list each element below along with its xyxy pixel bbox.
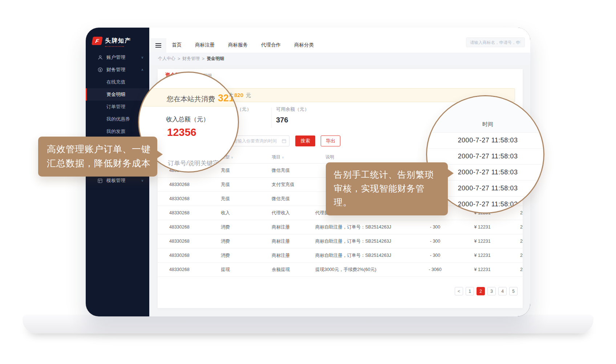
- export-button[interactable]: 导出: [321, 136, 340, 146]
- pagination-page-3[interactable]: 3: [487, 287, 496, 295]
- callout-arrow-icon: [447, 169, 454, 178]
- stat-balance: 可用余额（元） 376: [276, 106, 309, 124]
- cell-order: 48330268: [169, 196, 221, 201]
- header-type[interactable]: 类型∨: [221, 154, 272, 160]
- sidebar-item-fund-details[interactable]: 资金明细: [86, 88, 149, 101]
- cell-amount: - 300: [417, 253, 453, 258]
- cell-project: 微信充值: [272, 196, 315, 202]
- cell-balance: ¥ 12231: [453, 253, 511, 258]
- cell-type: 消费: [221, 252, 272, 259]
- cell-time: 2000-7-27 11:58:03: [511, 239, 523, 244]
- brand-logo: 头牌知产: [86, 28, 149, 45]
- laptop-base: [23, 315, 593, 333]
- chevron-down-icon: ∨: [141, 179, 143, 182]
- template-icon: [97, 178, 103, 183]
- cell-type: 消费: [221, 224, 272, 230]
- cell-order: 48330268: [169, 225, 221, 230]
- callout-left: 高效管理账户订单、一键 汇总数据，降低财务成本: [38, 137, 157, 177]
- table-row: 48330268 消费 商标注册 商标自助注册，订单号：SB2514263J -…: [158, 220, 523, 234]
- pagination-prev[interactable]: <: [455, 287, 463, 295]
- sidebar-item-finance[interactable]: 财务管理 ∧: [86, 64, 149, 76]
- table-row: 48330268 消费 商标注册 商标自助注册，订单号：SB2514263J -…: [158, 248, 523, 263]
- magnified-income-label: 收入总额（元）: [166, 115, 209, 124]
- callout-right: 告别手工统计、告别繁琐 审核，实现智能财务管 理。: [326, 162, 448, 215]
- top-navigation: 首页 商标注册 商标服务 代理合作 商标分类: [172, 42, 314, 48]
- cell-desc: 商标自助注册，订单号：SB2514263J: [315, 238, 417, 244]
- nav-item-agency[interactable]: 代理合作: [261, 42, 281, 48]
- brand-logo-icon: [92, 37, 103, 45]
- cell-order: 48330268: [169, 267, 221, 272]
- cell-project: 商标注册: [272, 252, 315, 259]
- nav-item-trademark-service[interactable]: 商标服务: [228, 42, 248, 48]
- brand-name: 头牌知产: [105, 37, 131, 45]
- search-input[interactable]: [466, 38, 524, 47]
- cell-desc: 商标自助注册，订单号：SB2514263J: [315, 252, 417, 259]
- cell-project: 代理收入: [272, 210, 315, 216]
- topbar: 首页 商标注册 商标服务 代理合作 商标分类: [149, 28, 530, 53]
- pagination-page-1[interactable]: 1: [466, 287, 474, 295]
- cell-project: 微信充值: [272, 167, 315, 174]
- cell-balance: ¥ 12231: [453, 267, 511, 272]
- magnified-income-value: 12356: [167, 126, 196, 138]
- date-input[interactable]: [230, 136, 289, 146]
- divider: [271, 108, 272, 128]
- table-row: 48330268 提现 余额提现 提现3000元，手续费2%(60元) - 30…: [158, 263, 523, 277]
- date-filter: [230, 136, 289, 146]
- cell-project: 商标注册: [272, 238, 315, 244]
- cell-type: 充值: [221, 196, 272, 202]
- breadcrumb-current: 资金明细: [207, 56, 224, 62]
- cell-type: 提现: [221, 267, 272, 273]
- breadcrumb-item[interactable]: 财务管理: [182, 56, 200, 62]
- breadcrumb-item[interactable]: 个人中心: [158, 56, 175, 62]
- cell-time: 2000-7-27 11:58:03: [511, 225, 523, 230]
- global-search: [466, 37, 525, 47]
- chevron-up-icon: ∧: [141, 68, 143, 72]
- cell-project: 支付宝充值: [272, 182, 315, 188]
- sidebar-item-account[interactable]: 账户管理 ∨: [86, 51, 149, 64]
- cell-project: 商标注册: [272, 224, 315, 230]
- magnified-keyword-placeholder: 订单号/说明关键字: [168, 159, 219, 167]
- callout-arrow-icon: [157, 150, 163, 158]
- cell-order: 48330268: [169, 182, 221, 187]
- cell-desc: 商标自助注册，订单号：SB2514263J: [315, 224, 417, 230]
- search-button[interactable]: 搜索: [295, 136, 315, 146]
- sort-caret-icon: ∨: [231, 156, 233, 159]
- cell-time: 2000-7-27 11:58:03: [511, 210, 523, 215]
- header-desc: 说明: [315, 154, 417, 160]
- cell-type: 收入: [221, 210, 272, 216]
- cell-time: 2000-7-27 11:58:03: [511, 253, 523, 258]
- magnified-banner: 您在本站共消费 32124: [138, 88, 239, 106]
- cell-type: 充值: [221, 182, 272, 188]
- cell-project: 余额提现: [272, 267, 315, 273]
- pagination: < 1 2 3 4 5: [455, 287, 518, 295]
- pagination-page-2-active[interactable]: 2: [477, 287, 485, 295]
- breadcrumb: 个人中心 > 财务管理 > 资金明细: [149, 53, 530, 65]
- magnified-time: 2000-7-27 11:58:03: [427, 133, 543, 149]
- calendar-icon: [282, 139, 286, 143]
- cell-amount: - 300: [417, 239, 453, 244]
- header-project[interactable]: 项目∨: [272, 154, 315, 160]
- cell-amount: - 300: [417, 225, 453, 230]
- cell-balance: ¥ 12231: [453, 239, 511, 244]
- chevron-down-icon: ∨: [141, 56, 143, 59]
- menu-icon[interactable]: [150, 38, 166, 53]
- sidebar-item-online-recharge[interactable]: 在线充值: [86, 76, 149, 88]
- cell-order: 48330268: [169, 239, 221, 244]
- pagination-page-5[interactable]: 5: [509, 287, 518, 295]
- cell-type: 充值: [221, 167, 272, 174]
- finance-icon: [97, 67, 103, 73]
- nav-item-trademark-register[interactable]: 商标注册: [195, 42, 215, 48]
- cell-type: 消费: [221, 238, 272, 244]
- cell-desc: 提现3000元，手续费2%(60元): [315, 267, 417, 273]
- sort-caret-icon: ∨: [282, 156, 284, 159]
- user-icon: [97, 55, 103, 60]
- cell-order: 48330268: [169, 253, 221, 258]
- pagination-page-4[interactable]: 4: [498, 287, 507, 295]
- cell-amount: - 3060: [417, 267, 453, 272]
- cell-time: 2000-7-27 11:58:03: [511, 267, 523, 272]
- nav-item-trademark-category[interactable]: 商标分类: [294, 42, 314, 48]
- brand-tagline: [105, 46, 124, 47]
- cell-order: 48330268: [169, 210, 221, 215]
- table-row: 48330268 消费 商标注册 商标自助注册，订单号：SB2514263J -…: [158, 234, 523, 248]
- nav-item-home[interactable]: 首页: [172, 42, 182, 48]
